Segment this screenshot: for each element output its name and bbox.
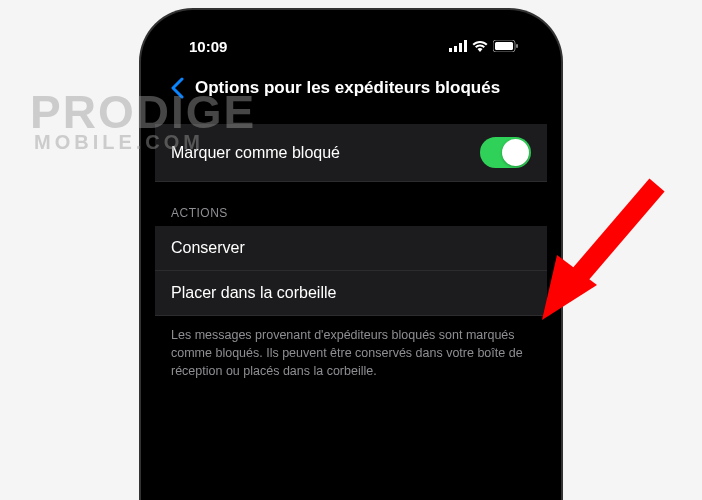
svg-rect-0 (449, 48, 452, 52)
trash-label: Placer dans la corbeille (171, 284, 336, 302)
actions-header: ACTIONS (155, 182, 547, 226)
svg-rect-3 (464, 40, 467, 52)
toggle-knob (502, 139, 529, 166)
mark-blocked-row[interactable]: Marquer comme bloqué (155, 124, 547, 182)
nav-bar: Options pour les expéditeurs bloqués (155, 68, 547, 112)
page-title: Options pour les expéditeurs bloqués (195, 78, 500, 98)
mark-blocked-toggle[interactable] (480, 137, 531, 168)
svg-line-8 (567, 185, 657, 290)
phone-screen: 10:09 Options pour les expéditeurs bloqu… (155, 24, 547, 500)
mark-blocked-label: Marquer comme bloqué (171, 144, 340, 162)
trash-row[interactable]: Placer dans la corbeille (155, 271, 547, 316)
phone-frame: 10:09 Options pour les expéditeurs bloqu… (141, 10, 561, 500)
svg-rect-6 (516, 44, 518, 48)
status-indicators (449, 38, 523, 55)
svg-rect-1 (454, 46, 457, 52)
signal-icon (449, 38, 467, 55)
battery-icon (493, 38, 519, 55)
conserve-label: Conserver (171, 239, 245, 257)
wifi-icon (472, 38, 488, 55)
content: Marquer comme bloqué ACTIONS Conserver P… (155, 112, 547, 390)
notch (261, 24, 441, 52)
conserve-row[interactable]: Conserver (155, 226, 547, 271)
actions-footer: Les messages provenant d'expéditeurs blo… (155, 316, 547, 390)
status-time: 10:09 (179, 38, 227, 55)
svg-rect-2 (459, 43, 462, 52)
svg-rect-5 (495, 42, 513, 50)
annotation-arrow-icon (542, 170, 672, 324)
back-icon[interactable] (165, 76, 189, 100)
